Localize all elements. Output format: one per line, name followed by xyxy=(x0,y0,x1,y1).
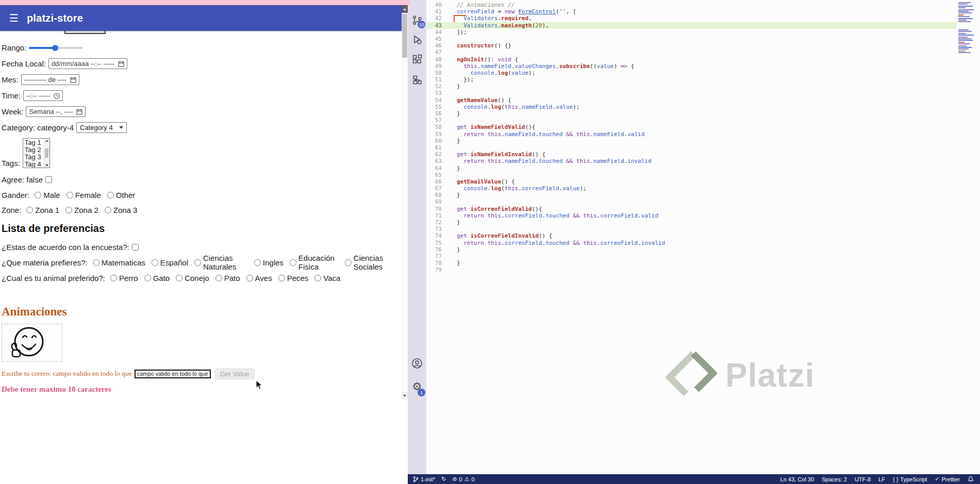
code-line-59[interactable]: 59 return this.nameField.touched && this… xyxy=(426,131,956,138)
fecha-local-input[interactable]: dd/mm/aaaa --:-- ----- xyxy=(48,58,127,69)
code-line-46[interactable]: 46constructor() {} xyxy=(426,42,956,49)
run-debug-icon[interactable] xyxy=(408,31,426,48)
animal-option[interactable]: Gato xyxy=(144,274,170,282)
code-line-44[interactable]: 44]); xyxy=(426,29,956,36)
problems-indicator[interactable]: ⊘ 0 ⚠ 0 xyxy=(452,476,474,482)
animal-radio[interactable] xyxy=(278,275,285,281)
scroll-up-icon[interactable] xyxy=(45,140,48,142)
code-line-70[interactable]: 70get isCorreoFieldValid(){ xyxy=(426,206,956,212)
code-line-52[interactable]: 52} xyxy=(426,83,956,90)
zone-radio[interactable] xyxy=(26,207,33,213)
gander-radio[interactable] xyxy=(67,192,73,198)
tags-scrollbar[interactable] xyxy=(44,139,49,168)
mes-input[interactable]: ---------- de ---- xyxy=(21,74,79,85)
animal-option[interactable]: Perro xyxy=(110,274,138,282)
code-line-65[interactable]: 65 xyxy=(426,172,956,178)
materia-option[interactable]: Ciencias Naturales xyxy=(194,254,248,271)
gander-option[interactable]: Female xyxy=(67,191,101,199)
code-line-43[interactable]: 43 Validators.maxLength(20), xyxy=(426,22,956,29)
code-line-61[interactable]: 61 xyxy=(426,144,956,151)
code-line-69[interactable]: 69 xyxy=(426,198,956,205)
indentation-indicator[interactable]: Spaces: 2 xyxy=(822,476,847,482)
agree-checkbox[interactable] xyxy=(45,176,52,183)
browser-scrollbar[interactable] xyxy=(402,5,408,399)
tags-listbox[interactable]: Tag 1Tag 2Tag 3Tag 4 xyxy=(23,138,50,168)
materia-radio[interactable] xyxy=(254,259,261,266)
settings-gear-icon[interactable]: ⚙ 1 xyxy=(408,376,426,397)
slider-thumb[interactable] xyxy=(52,45,58,51)
animal-option[interactable]: Aves xyxy=(246,274,272,282)
code-line-66[interactable]: 66getEmailValue() { xyxy=(426,178,956,185)
code-line-57[interactable]: 57 xyxy=(426,117,956,124)
calendar-icon[interactable] xyxy=(70,77,76,83)
code-line-78[interactable]: 78} xyxy=(426,260,956,266)
scroll-down-icon[interactable] xyxy=(45,164,48,166)
materia-radio[interactable] xyxy=(152,259,158,266)
code-editor[interactable]: 40// Animaciones //41correoField = new F… xyxy=(426,0,980,474)
code-line-74[interactable]: 74get isCorreoFieldInvalid() { xyxy=(426,232,956,239)
materia-option[interactable]: Educación Fisica xyxy=(290,254,339,271)
menu-icon[interactable]: ☰ xyxy=(9,13,19,23)
animal-option[interactable]: Conejo xyxy=(176,274,209,282)
code-line-76[interactable]: 76} xyxy=(426,246,956,253)
rango-slider[interactable] xyxy=(29,44,83,52)
calendar-icon[interactable] xyxy=(76,109,82,115)
minimap[interactable] xyxy=(957,0,979,67)
animal-option[interactable]: Peces xyxy=(278,274,309,282)
encoding-indicator[interactable]: UTF-8 xyxy=(855,476,871,482)
materia-option[interactable]: Matematicas xyxy=(93,258,145,267)
code-line-42[interactable]: 42 Validators.required, xyxy=(426,15,956,22)
animal-radio[interactable] xyxy=(215,275,222,281)
gander-radio[interactable] xyxy=(107,192,114,198)
get-value-button[interactable]: Get Value xyxy=(215,369,255,379)
code-line-54[interactable]: 54getNameValue() { xyxy=(426,97,956,104)
materia-option[interactable]: Español xyxy=(152,258,188,267)
materia-radio[interactable] xyxy=(93,259,99,266)
scrollbar-up-button[interactable] xyxy=(402,5,408,13)
materia-radio[interactable] xyxy=(194,259,201,266)
materia-radio[interactable] xyxy=(345,259,352,266)
clock-icon[interactable] xyxy=(54,93,60,99)
code-line-75[interactable]: 75 return this.correoField.touched && th… xyxy=(426,240,956,246)
week-input[interactable]: Semana --, ---- xyxy=(26,106,86,117)
zone-option[interactable]: Zona 2 xyxy=(65,206,98,214)
code-line-47[interactable]: 47 xyxy=(426,49,956,56)
gander-radio[interactable] xyxy=(35,192,41,198)
sync-button[interactable]: ↻ xyxy=(441,476,446,482)
code-line-41[interactable]: 41correoField = new FormControl('', [ xyxy=(426,8,956,15)
zone-radio[interactable] xyxy=(105,207,111,213)
materia-option[interactable]: Ciencias Sociales xyxy=(345,254,395,271)
scrollbar-thumb[interactable] xyxy=(402,14,407,58)
gander-option[interactable]: Male xyxy=(35,191,60,199)
code-line-51[interactable]: 51 }); xyxy=(426,76,956,83)
code-line-63[interactable]: 63 return this.nameField.touched && this… xyxy=(426,158,956,164)
account-icon[interactable] xyxy=(408,355,426,372)
formatter-indicator[interactable]: ✓ Prettier xyxy=(935,476,960,482)
cursor-position[interactable]: Ln 43, Col 30 xyxy=(780,476,814,482)
calendar-icon[interactable] xyxy=(118,61,124,67)
code-line-49[interactable]: 49 this.nameField.valueChanges.subscribe… xyxy=(426,63,956,70)
branch-indicator[interactable]: 1-init* xyxy=(413,476,435,483)
scroll-thumb[interactable] xyxy=(45,148,48,158)
code-line-40[interactable]: 40// Animaciones // xyxy=(426,2,956,8)
code-line-67[interactable]: 67 console.log(this.correoField.value); xyxy=(426,185,956,192)
scrollbar-down-button[interactable] xyxy=(402,392,408,399)
code-line-58[interactable]: 58get isNameFieldValid(){ xyxy=(426,124,956,130)
language-indicator[interactable]: { } TypeScript xyxy=(893,476,927,482)
code-line-56[interactable]: 56} xyxy=(426,110,956,117)
code-line-60[interactable]: 60} xyxy=(426,138,956,144)
code-line-68[interactable]: 68} xyxy=(426,192,956,198)
code-line-77[interactable]: 77 xyxy=(426,253,956,260)
source-control-icon[interactable]: 10 xyxy=(408,11,426,29)
time-input[interactable]: --:-- ----- xyxy=(23,90,63,101)
materia-option[interactable]: Ingles xyxy=(254,258,284,267)
eol-indicator[interactable]: LF xyxy=(878,476,885,482)
code-line-64[interactable]: 64} xyxy=(426,165,956,172)
animal-radio[interactable] xyxy=(176,275,182,281)
category-select[interactable]: Category 4 xyxy=(76,122,127,133)
animal-radio[interactable] xyxy=(246,275,253,281)
code-line-73[interactable]: 73 xyxy=(426,226,956,232)
hierarchy-view-icon[interactable] xyxy=(408,71,426,89)
extensions-icon[interactable] xyxy=(408,51,426,68)
gander-option[interactable]: Other xyxy=(107,191,136,199)
